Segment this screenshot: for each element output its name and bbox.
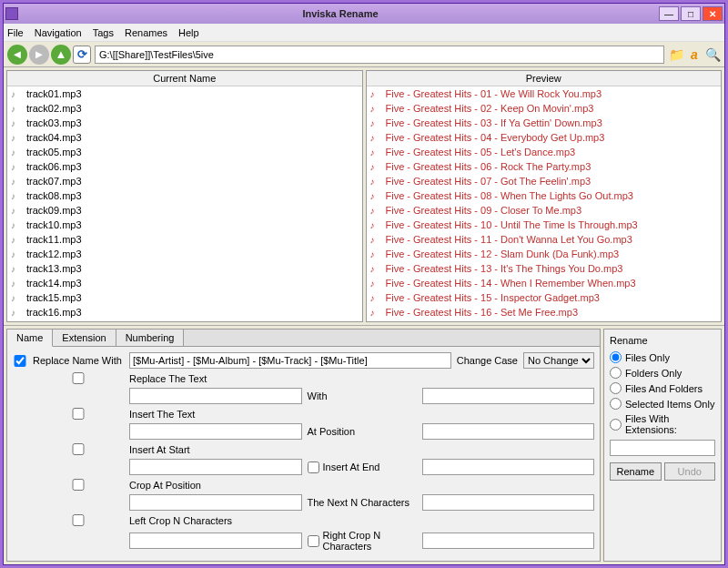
file-row[interactable]: ♪track10.mp3 (7, 218, 362, 232)
window-title: Inviska Rename (22, 8, 659, 19)
minimize-button[interactable]: — (659, 6, 679, 21)
file-row[interactable]: ♪Five - Greatest Hits - 16 - Set Me Free… (367, 305, 722, 320)
up-button[interactable]: ▲ (51, 45, 71, 65)
replace-name-input[interactable] (129, 352, 451, 369)
menu-navigation[interactable]: Navigation (35, 27, 82, 38)
menu-renames[interactable]: Renames (125, 27, 167, 38)
tab-extension[interactable]: Extension (53, 330, 116, 346)
music-icon: ♪ (370, 132, 383, 143)
file-row[interactable]: ♪Five - Greatest Hits - 13 - It's The Th… (367, 261, 722, 276)
file-row[interactable]: ♪track09.mp3 (7, 203, 362, 218)
music-icon: ♪ (370, 263, 383, 274)
rename-panel: Rename Files Only Folders Only Files And… (603, 329, 722, 562)
replace-text-check[interactable] (33, 372, 124, 384)
right-crop-check[interactable] (308, 535, 319, 547)
file-row[interactable]: ♪Five - Greatest Hits - 12 - Slam Dunk (… (367, 247, 722, 261)
rename-button[interactable]: Rename (610, 462, 662, 481)
file-row[interactable]: ♪track03.mp3 (7, 116, 362, 130)
preview-header[interactable]: Preview (367, 71, 722, 86)
menu-file[interactable]: File (7, 27, 24, 38)
music-icon: ♪ (370, 190, 383, 201)
file-row[interactable]: ♪Five - Greatest Hits - 04 - Everybody G… (367, 130, 722, 145)
replace-name-check[interactable] (13, 355, 27, 367)
path-input[interactable] (95, 46, 664, 64)
folder-icon[interactable]: 📁 (668, 46, 684, 63)
right-crop-input[interactable] (422, 532, 595, 549)
file-row[interactable]: ♪track07.mp3 (7, 174, 362, 188)
menu-tags[interactable]: Tags (93, 27, 114, 38)
tab-numbering[interactable]: Numbering (116, 330, 185, 346)
undo-button[interactable]: Undo (664, 462, 716, 481)
insert-text-label: Insert The Text (129, 409, 589, 420)
menu-help[interactable]: Help (178, 27, 199, 38)
file-row[interactable]: ♪Five - Greatest Hits - 15 - Inspector G… (367, 290, 722, 305)
at-position-input[interactable] (422, 423, 595, 440)
forward-button[interactable]: ► (29, 45, 49, 65)
refresh-button[interactable]: ⟳ (73, 46, 91, 64)
change-case-label: Change Case (457, 355, 518, 366)
insert-text-input[interactable] (129, 423, 302, 440)
current-header[interactable]: Current Name (7, 71, 362, 86)
music-icon: ♪ (11, 219, 24, 230)
files-folders-radio[interactable] (610, 382, 622, 394)
amazon-icon[interactable]: a (686, 46, 703, 63)
ext-input[interactable] (610, 440, 715, 456)
crop-pos-input[interactable] (129, 494, 302, 511)
titlebar: Inviska Rename — □ ✕ (4, 4, 724, 24)
file-row[interactable]: ♪track14.mp3 (7, 276, 362, 290)
file-row[interactable]: ♪Five - Greatest Hits - 07 - Got The Fee… (367, 174, 722, 188)
close-button[interactable]: ✕ (703, 6, 723, 21)
file-row[interactable]: ♪track15.mp3 (7, 290, 362, 305)
file-row[interactable]: ♪track11.mp3 (7, 232, 362, 247)
folders-only-radio[interactable] (610, 367, 622, 379)
insert-start-check[interactable] (33, 443, 124, 455)
insert-start-input[interactable] (129, 459, 302, 475)
selected-radio[interactable] (610, 398, 622, 410)
with-label: With (308, 390, 417, 401)
insert-end-check[interactable] (308, 462, 319, 473)
with-input[interactable] (422, 388, 595, 404)
tab-name[interactable]: Name (7, 330, 53, 347)
file-row[interactable]: ♪Five - Greatest Hits - 09 - Closer To M… (367, 203, 722, 218)
file-row[interactable]: ♪track01.mp3 (7, 86, 362, 101)
file-row[interactable]: ♪track06.mp3 (7, 159, 362, 174)
left-crop-check[interactable] (33, 514, 124, 526)
right-crop-label: Right Crop N Characters (323, 530, 417, 552)
back-button[interactable]: ◄ (7, 45, 27, 65)
file-row[interactable]: ♪track16.mp3 (7, 305, 362, 320)
search-icon[interactable]: 🔍 (704, 46, 721, 63)
next-n-input[interactable] (422, 494, 595, 511)
insert-end-input[interactable] (422, 459, 595, 475)
current-list[interactable]: ♪track01.mp3♪track02.mp3♪track03.mp3♪tra… (7, 86, 362, 321)
file-row[interactable]: ♪Five - Greatest Hits - 17 - Keep On Mov… (367, 320, 722, 321)
file-row[interactable]: ♪Five - Greatest Hits - 05 - Let's Dance… (367, 145, 722, 159)
maximize-button[interactable]: □ (681, 6, 701, 21)
file-row[interactable]: ♪track13.mp3 (7, 261, 362, 276)
file-row[interactable]: ♪Five - Greatest Hits - 06 - Rock The Pa… (367, 159, 722, 174)
file-row[interactable]: ♪Five - Greatest Hits - 08 - When The Li… (367, 188, 722, 203)
change-case-select[interactable]: No Change (523, 352, 594, 369)
left-crop-input[interactable] (129, 532, 302, 549)
preview-list[interactable]: ♪Five - Greatest Hits - 01 - We Will Roc… (367, 86, 722, 321)
file-row[interactable]: ♪Five - Greatest Hits - 10 - Until The T… (367, 218, 722, 232)
file-row[interactable]: ♪Five - Greatest Hits - 03 - If Ya Getti… (367, 116, 722, 130)
file-row[interactable]: ♪track17.mp3 (7, 320, 362, 321)
file-row[interactable]: ♪track08.mp3 (7, 188, 362, 203)
crop-pos-check[interactable] (33, 479, 124, 491)
music-icon: ♪ (11, 248, 24, 259)
file-row[interactable]: ♪Five - Greatest Hits - 02 - Keep On Mov… (367, 101, 722, 116)
file-row[interactable]: ♪track02.mp3 (7, 101, 362, 116)
with-ext-radio[interactable] (610, 419, 622, 431)
file-row[interactable]: ♪track12.mp3 (7, 247, 362, 261)
file-row[interactable]: ♪Five - Greatest Hits - 11 - Don't Wanna… (367, 232, 722, 247)
file-panes: Current Name ♪track01.mp3♪track02.mp3♪tr… (4, 67, 724, 325)
file-row[interactable]: ♪Five - Greatest Hits - 14 - When I Reme… (367, 276, 722, 290)
files-only-radio[interactable] (610, 351, 622, 363)
file-row[interactable]: ♪track05.mp3 (7, 145, 362, 159)
bottom-panel: Name Extension Numbering Replace Name Wi… (4, 325, 724, 564)
file-row[interactable]: ♪Five - Greatest Hits - 01 - We Will Roc… (367, 86, 722, 101)
file-row[interactable]: ♪track04.mp3 (7, 130, 362, 145)
replace-text-input[interactable] (129, 388, 302, 404)
insert-text-check[interactable] (33, 408, 124, 420)
music-icon: ♪ (370, 278, 383, 289)
